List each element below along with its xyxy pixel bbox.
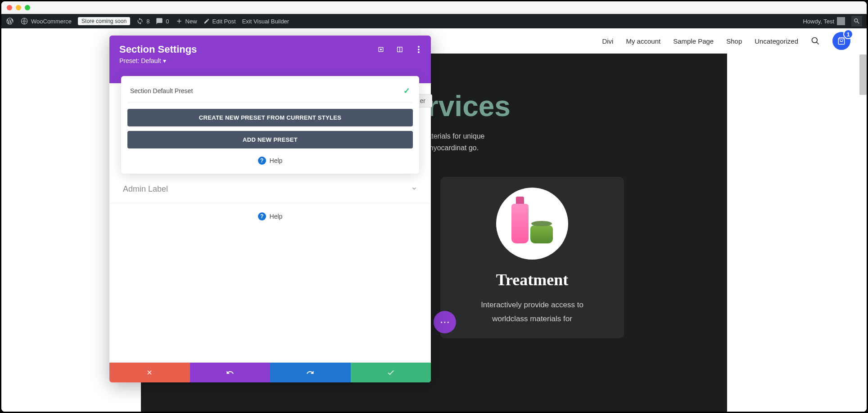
preset-dropdown-toggle[interactable]: Preset: Default ▾	[119, 57, 421, 64]
wordpress-logo-icon[interactable]	[6, 17, 14, 25]
cosmetics-icon	[496, 188, 568, 260]
mac-titlebar	[1, 1, 867, 14]
nav-uncategorized[interactable]: Uncategorized	[755, 37, 798, 45]
cart-button[interactable]: 1	[832, 32, 850, 50]
svg-point-1	[812, 38, 818, 43]
howdy-user[interactable]: Howdy, Test	[803, 17, 845, 25]
wp-admin-bar: WooCommerce Store coming soon 8 0 New Ed…	[1, 14, 867, 28]
undo-button[interactable]	[190, 363, 271, 382]
svg-line-2	[817, 42, 819, 45]
card-title: Treatment	[453, 270, 611, 289]
maximize-window-icon[interactable]	[25, 5, 30, 10]
scrollbar-thumb[interactable]	[859, 54, 867, 95]
modal-footer	[109, 363, 431, 382]
create-preset-button[interactable]: CREATE NEW PRESET FROM CURRENT STYLES	[127, 109, 413, 126]
preset-default-row[interactable]: Section Default Preset ✓	[127, 86, 413, 103]
chevron-down-icon	[411, 184, 417, 194]
site-menu[interactable]: WooCommerce	[20, 17, 72, 25]
preset-default-label: Section Default Preset	[130, 87, 193, 94]
preset-help-link[interactable]: ? Help	[127, 157, 413, 165]
more-options-icon[interactable]	[415, 45, 423, 54]
exit-builder-link[interactable]: Exit Visual Builder	[242, 18, 289, 25]
woocommerce-label: WooCommerce	[31, 18, 72, 25]
store-status-badge[interactable]: Store coming soon	[78, 17, 130, 25]
nav-my-account[interactable]: My account	[626, 37, 660, 45]
help-icon: ?	[258, 157, 266, 165]
chevron-down-icon: ▾	[163, 57, 166, 64]
modal-header[interactable]: Section Settings Preset: Default ▾	[109, 36, 431, 71]
svg-point-10	[418, 51, 420, 53]
snap-icon[interactable]	[396, 45, 404, 54]
preset-dropdown-panel: Section Default Preset ✓ CREATE NEW PRES…	[121, 76, 419, 174]
adminbar-search-icon[interactable]	[851, 16, 862, 27]
user-avatar-icon	[837, 17, 845, 25]
new-content-link[interactable]: New	[176, 18, 197, 25]
nav-shop[interactable]: Shop	[726, 37, 742, 45]
svg-point-9	[418, 49, 420, 50]
modal-help-link[interactable]: ? Help	[109, 203, 431, 229]
minimize-window-icon[interactable]	[16, 5, 21, 10]
cancel-button[interactable]	[109, 363, 190, 382]
admin-label-toggle[interactable]: Admin Label	[109, 179, 431, 199]
check-icon: ✓	[403, 86, 410, 96]
service-card: Treatment Interactively provide access t…	[440, 177, 624, 338]
svg-point-8	[418, 46, 420, 48]
edit-post-link[interactable]: Edit Post	[203, 18, 236, 25]
expand-icon[interactable]	[377, 45, 385, 54]
header-search-icon[interactable]	[811, 36, 820, 45]
save-button[interactable]	[351, 363, 431, 382]
svg-point-5	[380, 49, 382, 50]
nav-divi[interactable]: Divi	[602, 37, 613, 45]
updates-link[interactable]: 8	[136, 18, 149, 25]
add-preset-button[interactable]: ADD NEW PRESET	[127, 131, 413, 148]
modal-title: Section Settings	[119, 44, 421, 55]
cart-count-badge: 1	[843, 29, 853, 39]
help-icon: ?	[258, 212, 266, 220]
section-settings-modal: er Section Settings Preset: Default ▾	[109, 36, 431, 382]
close-window-icon[interactable]	[7, 5, 12, 10]
card-text: Interactively provide access to worldcla…	[453, 298, 611, 326]
nav-sample-page[interactable]: Sample Page	[673, 37, 714, 45]
comments-link[interactable]: 0	[156, 18, 169, 25]
redo-button[interactable]	[270, 363, 351, 382]
builder-fab-button[interactable]: ⋯	[434, 311, 456, 333]
